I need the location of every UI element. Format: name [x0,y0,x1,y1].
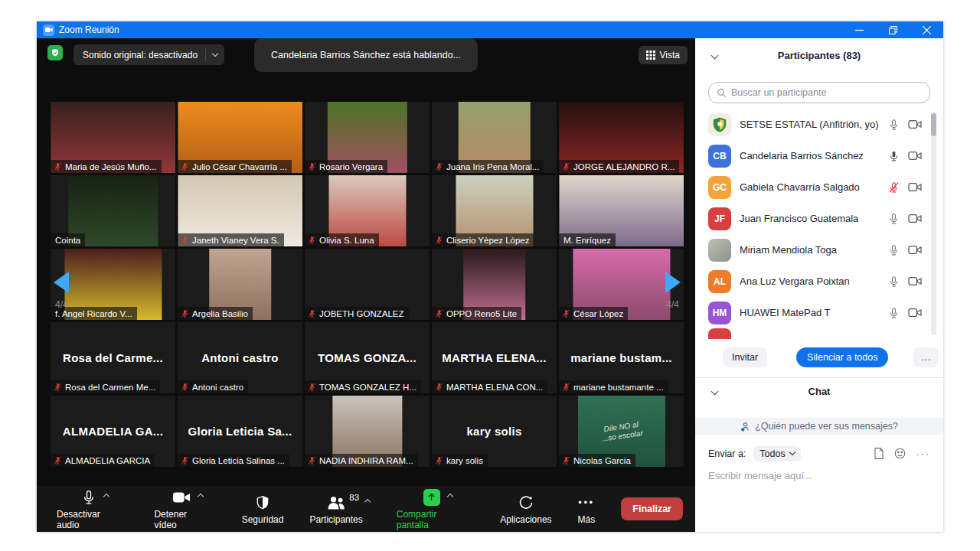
video-tile[interactable]: Olivia S. Luna [305,175,430,246]
muted-mic-icon[interactable] [888,181,900,194]
original-sound-toggle[interactable]: Sonido original: desactivado [74,44,224,65]
muted-mic-icon [435,236,443,244]
participant-row[interactable]: GCGabiela Chavarría Salgado [695,171,943,203]
camera-icon[interactable] [908,307,922,318]
participant-search-input[interactable] [731,87,922,98]
video-tile[interactable]: JOBETH GONZALEZ [305,249,430,320]
close-icon[interactable] [910,21,943,38]
end-meeting-button[interactable]: Finalizar [621,497,683,520]
toolbar-item-label: Seguridad [242,514,284,525]
toolbar-mic-button[interactable]: Desactivar audio [57,488,120,530]
list-scrollbar-track[interactable] [931,112,936,335]
toolbar-more-button[interactable]: •••Más [578,494,596,525]
previous-page-arrow[interactable] [54,272,69,293]
send-to-select[interactable]: Todos [753,446,800,461]
video-tile[interactable]: Gloria Leticia Sa...Gloria Leticia Salin… [178,396,302,467]
video-tile[interactable]: Antoni castroAntoni castro [178,322,302,393]
video-tile[interactable]: Argelia Basilio [178,249,302,320]
video-tile[interactable]: Juana Iris Pena Moral... [432,102,557,173]
video-tile[interactable]: Janeth Vianey Vera S. [178,175,302,246]
video-tile[interactable]: Dile NO al ...so escolarNicolas Garcia [559,396,684,467]
chat-message-input[interactable] [708,470,930,481]
mic-icon[interactable] [888,307,900,319]
emoji-icon[interactable] [894,448,906,459]
mute-all-button[interactable]: Silenciar a todos [796,347,888,367]
collapse-participants-icon[interactable] [711,52,719,60]
video-tile[interactable]: ALMADELIA GA...ALMADELIA GARCIA [51,396,175,467]
video-tile[interactable]: OPPO Reno5 Lite [432,249,557,320]
toolbar-apps-button[interactable]: Aplicaciones [500,494,551,525]
tile-name-text: Janeth Vianey Vera S. [192,236,279,245]
chevron-down-icon [212,51,218,57]
video-tile[interactable]: Rosario Vergara [305,102,430,173]
tile-name-text: M. Enríquez [564,236,611,245]
toolbar-item-label: Aplicaciones [500,514,551,525]
security-shield-icon[interactable] [47,45,63,60]
muted-mic-icon [308,236,316,244]
participant-row[interactable]: ALAna Luz Vergara Poixtan [695,266,943,297]
chevron-up-icon[interactable] [364,498,371,504]
camera-icon[interactable] [908,150,922,161]
original-sound-dropdown[interactable] [206,44,224,65]
participants-title: Participantes (83) [778,50,861,61]
video-tile[interactable]: NADIA INDHIRA RAM... [305,396,430,467]
video-tile[interactable]: Rosa del Carme...Rosa del Carmen Me... [51,322,175,393]
chevron-up-icon[interactable] [446,493,452,499]
mic-icon[interactable] [888,213,900,225]
muted-mic-icon [562,383,570,391]
participant-search[interactable] [708,82,930,103]
participant-row[interactable]: CBCandelaria Barrios Sánchez [695,140,943,171]
minimize-icon[interactable] [842,21,876,38]
camera-icon[interactable] [908,213,922,224]
camera-icon[interactable] [908,276,922,287]
invite-button[interactable]: Invitar [723,347,767,367]
chat-header: Chat [695,379,943,403]
participants-more-button[interactable]: ... [913,347,939,367]
camera-icon[interactable] [908,181,922,193]
muted-mic-icon [181,383,189,391]
video-tile[interactable]: Cliserio Yèpez Lòpez [432,175,557,246]
chevron-up-icon[interactable] [197,493,203,499]
video-tile[interactable]: TOMAS GONZA...TOMAS GONZALEZ H... [305,322,430,393]
video-tile[interactable]: f. Angel Ricardo V... [51,249,175,320]
mic-icon [81,488,96,507]
camera-icon[interactable] [908,244,922,256]
video-tile[interactable]: M. Enríquez [559,175,684,246]
participant-initials-avatar: GC [708,176,731,199]
restore-icon[interactable] [876,21,910,38]
participant-row[interactable]: SETSE ESTATAL (Anfitrión, yo) [695,109,943,140]
video-tile[interactable]: Cointa [51,175,175,246]
video-tile[interactable]: Julio César Chavarría ... [178,102,302,173]
camera-icon[interactable] [908,119,922,130]
tile-name-text: TOMAS GONZALEZ H... [319,383,416,392]
video-tile[interactable]: MARTHA ELENA...MARTHA ELENA CON... [432,322,557,393]
video-tile[interactable]: Maria de Jesús Muño... [51,102,175,173]
toolbar-camera-button[interactable]: Detener vídeo [154,488,207,530]
view-button[interactable]: Vista [639,46,688,64]
mic-speaking-icon[interactable] [888,150,900,162]
muted-mic-icon [435,383,443,391]
video-tile[interactable]: kary soliskary solis [432,396,557,467]
video-tile[interactable]: mariane bustam...mariane bustamante ... [559,322,684,393]
list-scrollbar-thumb[interactable] [931,113,936,136]
toolbar-share-button[interactable]: Compartir pantalla [397,488,466,530]
participant-row[interactable]: Miriam Mendiola Toga [695,234,943,266]
chevron-up-icon[interactable] [103,493,109,499]
next-page-arrow[interactable] [665,272,681,293]
mic-icon[interactable] [888,119,900,131]
panel-divider [695,377,943,378]
participant-name: Ana Luz Vergara Poixtan [740,276,888,287]
mic-icon[interactable] [888,276,900,288]
tile-name-text: kary solis [446,456,483,465]
participant-row[interactable]: HMHUAWEI MatePad T [695,297,943,328]
mic-icon[interactable] [888,244,900,256]
chat-more-icon[interactable]: ··· [916,448,930,459]
file-attach-icon[interactable] [874,448,884,459]
video-tile[interactable]: JORGE ALEJANDRO R... [559,102,684,173]
muted-mic-icon [562,456,570,465]
toolbar-people-button[interactable]: 83Participantes [309,494,362,525]
toolbar-shield-button[interactable]: Seguridad [242,494,284,525]
participant-row[interactable]: JFJuan Francisco Guatemala [695,203,943,234]
collapse-chat-icon[interactable] [711,387,719,395]
toolbar-item-label: Desactivar audio [57,509,120,530]
